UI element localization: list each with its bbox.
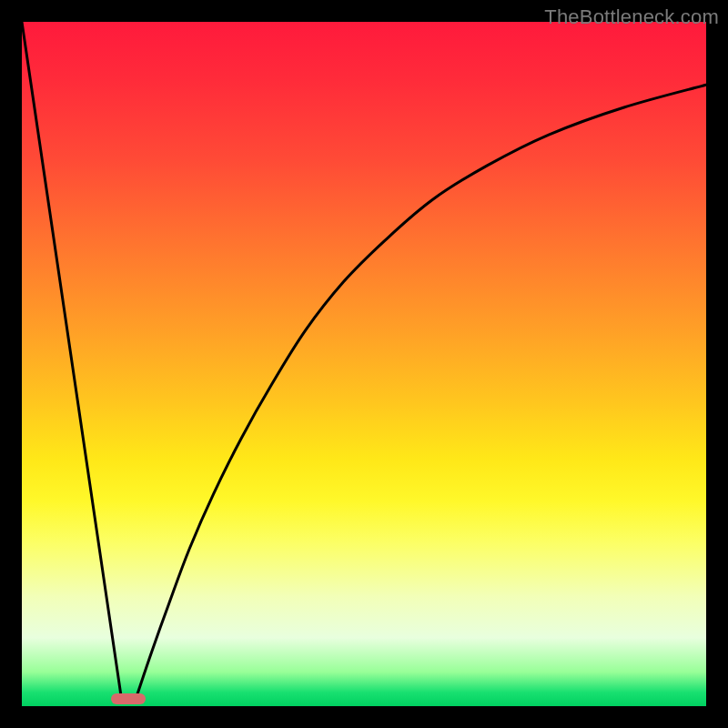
left-descent-line: [22, 22, 121, 696]
plot-area: [22, 22, 706, 706]
watermark-text: TheBottleneck.com: [544, 5, 719, 29]
right-ascent-curve: [136, 85, 706, 696]
bottleneck-marker: [111, 693, 146, 704]
chart-frame: TheBottleneck.com: [0, 0, 728, 728]
curve-svg: [22, 22, 706, 706]
